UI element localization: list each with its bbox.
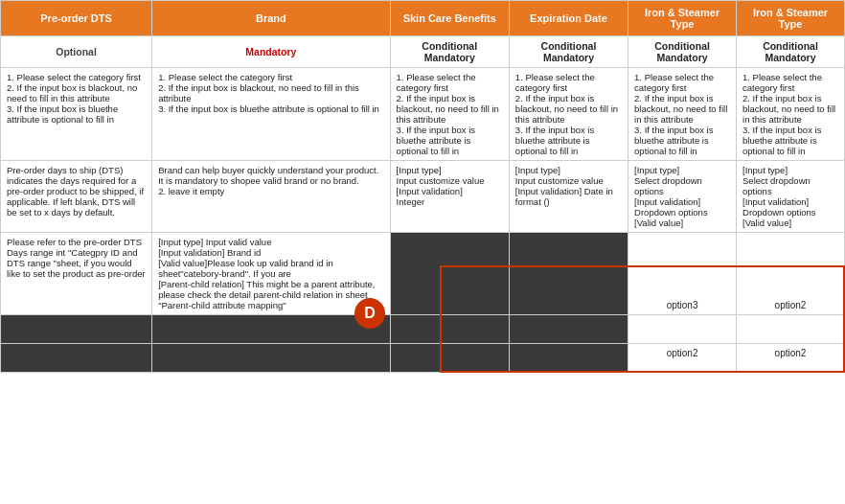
desc-skincare: 1. Please select the category first 2. I… xyxy=(390,68,509,161)
data-table: Pre-order DTS Brand Skin Care Benefits E… xyxy=(0,0,845,373)
main-table-wrapper: Pre-order DTS Brand Skin Care Benefits E… xyxy=(0,0,845,373)
desc-iron1: 1. Please select the category first 2. I… xyxy=(628,68,737,161)
subheader-iron1: Conditional Mandatory xyxy=(628,36,737,68)
bottom-iron2-option2a: option2 xyxy=(737,233,845,315)
description-row: 1. Please select the category first 2. I… xyxy=(1,68,845,161)
header-skincare: Skin Care Benefits xyxy=(390,1,509,36)
instr-iron1-sub: [Input type]Select dropdown options[Inpu… xyxy=(628,161,737,233)
bottom-preorder-1 xyxy=(1,315,152,344)
instr-brand-sub: [Input type] Input valid value [Input va… xyxy=(152,233,390,315)
subheader-skincare: Conditional Mandatory xyxy=(390,36,509,68)
header-preorder: Pre-order DTS xyxy=(1,1,152,36)
bottom-iron2-1 xyxy=(737,315,845,344)
subheader-expiration: Conditional Mandatory xyxy=(509,36,628,68)
header-iron1: Iron & Steamer Type xyxy=(628,1,737,36)
header-row: Pre-order DTS Brand Skin Care Benefits E… xyxy=(1,1,845,36)
subheader-preorder: Optional xyxy=(1,36,152,68)
subheader-iron2: Conditional Mandatory xyxy=(737,36,845,68)
bottom-row-1 xyxy=(1,315,845,344)
header-expiration: Expiration Date xyxy=(509,1,628,36)
badge-d: D xyxy=(354,298,385,329)
bottom-brand-2 xyxy=(152,344,390,373)
bottom-skincare-2 xyxy=(390,344,509,373)
bottom-preorder-2 xyxy=(1,344,152,373)
instr-iron2-sub: [Input type]Select dropdown options[Inpu… xyxy=(737,161,845,233)
bottom-iron1-1 xyxy=(628,315,737,344)
header-brand: Brand xyxy=(152,1,390,36)
bottom-expiration-2 xyxy=(509,344,628,373)
bottom-iron1-option3: option3 xyxy=(628,233,737,315)
instr-skincare-sub: [Input type]Input customize value[Input … xyxy=(390,161,509,233)
bottom-row-2: option2 option2 xyxy=(1,344,845,373)
bottom-iron1-2: option2 xyxy=(628,344,737,373)
desc-brand: 1. Please select the category first 2. I… xyxy=(152,68,390,161)
bottom-brand-1 xyxy=(152,315,390,344)
desc-preorder: 1. Please select the category first 2. I… xyxy=(1,68,152,161)
instr-expiration-sub: [Input type]Input customize value[Input … xyxy=(509,161,628,233)
header-iron2: Iron & Steamer Type xyxy=(737,1,845,36)
instr-expiration-empty xyxy=(509,233,628,315)
desc-iron2: 1. Please select the category first 2. I… xyxy=(737,68,845,161)
instruction-row-bottom: Please refer to the pre-order DTS Days r… xyxy=(1,233,845,315)
subheader-brand: Mandatory xyxy=(152,36,390,68)
bottom-iron2-2: option2 xyxy=(737,344,845,373)
instruction-row-top: Pre-order days to ship (DTS) indicates t… xyxy=(1,161,845,233)
subheader-row: Optional Mandatory Conditional Mandatory… xyxy=(1,36,845,68)
bottom-skincare-1 xyxy=(390,315,509,344)
desc-expiration: 1. Please select the category first 2. I… xyxy=(509,68,628,161)
instr-brand-main: Brand can help buyer quickly understand … xyxy=(152,161,390,233)
bottom-expiration-1 xyxy=(509,315,628,344)
instr-preorder-main: Pre-order days to ship (DTS) indicates t… xyxy=(1,161,152,233)
instr-preorder-sub: Please refer to the pre-order DTS Days r… xyxy=(1,233,152,315)
instr-skincare-empty xyxy=(390,233,509,315)
